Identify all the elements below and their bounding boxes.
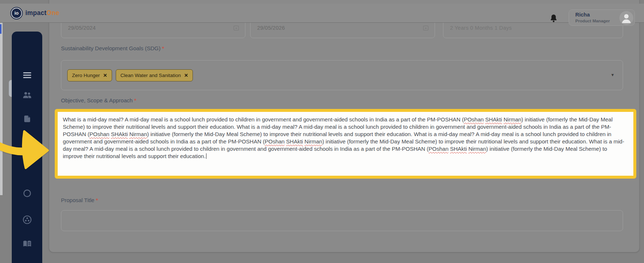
chevron-down-icon[interactable]: ▼ [611,73,615,77]
chip-remove-icon[interactable]: ✕ [103,73,107,78]
chip-remove-icon[interactable]: ✕ [184,73,188,78]
sdg-chip-label: Clean Water and Sanitation [120,73,181,78]
objective-text[interactable]: What is a mid-day meal? A mid-day meal i… [58,112,633,160]
bell-icon[interactable] [549,13,558,23]
group-circle-icon [22,215,32,224]
sidebar-item-documents[interactable] [12,114,42,125]
user-avatar-icon [619,11,633,25]
start-date-value: 29/05/2024 [61,25,96,31]
required-asterisk: * [96,197,98,203]
globe-icon [23,189,32,198]
text-cursor [206,153,207,159]
user-name: Richa [575,12,590,18]
sdg-label: Sustainability Development Goals (SDG)* [61,45,164,51]
sidebar-item-users[interactable] [12,90,42,101]
calendar-icon[interactable] [233,25,239,31]
file-icon [23,115,32,124]
objective-label: Objective, Scope & Approach* [61,97,136,103]
sidebar-item-menu[interactable] [12,70,42,81]
sidebar [12,32,42,263]
sdg-chip[interactable]: Zero Hunger ✕ [67,69,112,81]
proposal-title-label: Proposal Title* [61,197,98,203]
menu-icon [22,72,32,79]
sidebar-item-library[interactable] [12,238,42,249]
calendar-icon[interactable] [423,25,429,31]
open-book-icon [22,240,32,248]
sdg-chip[interactable]: Clean Water and Sanitation ✕ [116,69,193,81]
proposal-title-input[interactable] [61,210,623,231]
sdg-chip-label: Zero Hunger [72,73,100,78]
notebook-icon [23,139,31,147]
sidebar-item-groups[interactable] [12,214,42,225]
brand-name: impactOne [25,9,59,17]
required-asterisk: * [134,97,136,103]
end-date-value: 29/05/2026 [251,25,285,31]
user-menu[interactable]: Richa Product Manager [569,10,635,26]
sdg-multiselect[interactable]: Zero Hunger ✕ Clean Water and Sanitation… [61,60,623,90]
app-header: io impactOne Richa Product Manager [0,4,644,23]
required-asterisk: * [162,45,164,51]
app-window: 29/05/2024 29/05/2026 2 Years 0 Months 1… [0,0,644,263]
form-card: 29/05/2024 29/05/2026 2 Years 0 Months 1… [49,0,640,252]
window-edge-artifact [0,15,3,195]
sidebar-item-globe[interactable] [12,188,42,199]
objective-highlight-annotation: What is a mid-day meal? A mid-day meal i… [55,109,636,179]
edge-artifact-blue [0,24,1,34]
users-icon [22,91,32,99]
logo-icon: io [11,8,22,19]
sidebar-item-notebook[interactable] [12,138,42,149]
user-role: Product Manager [575,19,610,23]
duration-value: 2 Years 0 Months 1 Days [443,25,512,31]
brand-logo[interactable]: io impactOne [11,8,59,19]
